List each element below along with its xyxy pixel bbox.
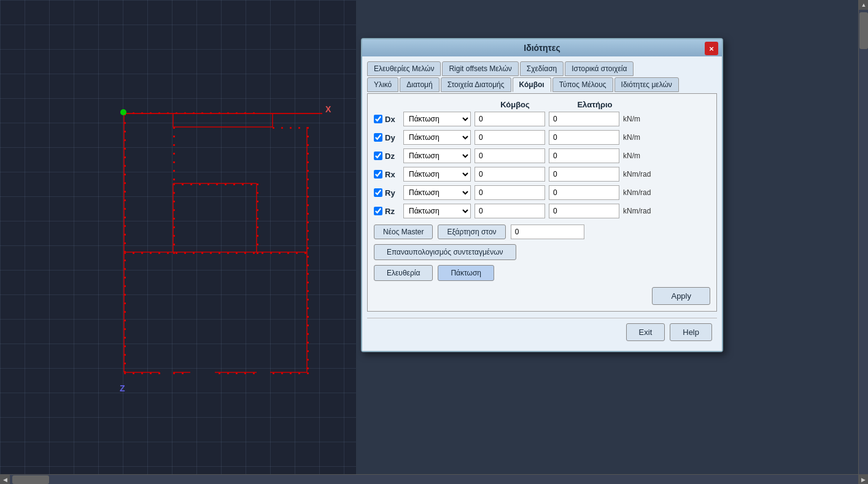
canvas-area: X Z (0, 0, 356, 484)
input-dz-komvos[interactable] (475, 148, 545, 163)
checkbox-dz[interactable] (374, 152, 382, 160)
column-headers: Κόμβος Ελατήριο (374, 100, 710, 109)
bottom-buttons: Exit Help (367, 318, 717, 346)
tab-stoixeia-diatomis[interactable]: Στοιχεία Διατομής (441, 77, 511, 92)
dialog-body: Ελευθερίες Μελών Rigit offsets Μελών Σχε… (362, 56, 722, 351)
scroll-up-arrow[interactable]: ▲ (859, 0, 868, 10)
input-dy-elatirио[interactable] (549, 130, 619, 145)
svg-rect-18 (281, 127, 283, 129)
label-rx: Rx (385, 170, 403, 179)
dialog-titlebar: Ιδιότητες × (362, 39, 722, 56)
svg-rect-151 (173, 144, 175, 146)
tab-istorika[interactable]: Ιστορικά στοιχεία (565, 61, 634, 76)
scroll-thumb-bottom[interactable] (12, 475, 49, 484)
unit-ry: kNm/rad (623, 188, 660, 197)
svg-rect-154 (173, 170, 175, 172)
tab-sxediasi[interactable]: Σχεδίαση (520, 61, 564, 76)
select-dx[interactable]: Πάκτωση (403, 112, 471, 126)
input-ry-elatirио[interactable] (549, 185, 619, 200)
axis-z-label: Z (120, 383, 125, 393)
eleutheria-paktwsi-row: Ελευθερία Πάκτωση (374, 265, 710, 281)
master-btn-row: Νέος Master Εξάρτηση στον (374, 225, 710, 239)
input-ry-komvos[interactable] (475, 185, 545, 200)
scroll-thumb-right[interactable] (859, 12, 868, 49)
paktwsi-button[interactable]: Πάκτωση (438, 265, 494, 281)
select-rx[interactable]: Πάκτωση (403, 167, 471, 182)
tab-rigit-offsets[interactable]: Rigit offsets Μελών (442, 61, 518, 76)
scroll-right-arrow[interactable]: ▶ (858, 475, 868, 484)
neos-master-button[interactable]: Νέος Master (374, 225, 433, 239)
unit-rz: kNm/rad (623, 207, 660, 215)
input-rz-komvos[interactable] (475, 204, 545, 218)
svg-rect-20 (298, 127, 300, 129)
tab-content-komvoi: Κόμβος Ελατήριο Dx Πάκτωση kN/m Dy Πάκτω… (367, 93, 717, 312)
row-dy: Dy Πάκτωση kN/m (374, 130, 710, 145)
select-dz[interactable]: Πάκτωση (403, 148, 471, 163)
input-rx-komvos[interactable] (475, 167, 545, 182)
exit-button[interactable]: Exit (626, 323, 665, 341)
eleutheria-button[interactable]: Ελευθερία (374, 265, 433, 281)
help-button[interactable]: Help (670, 323, 712, 341)
tab-idiotites-melon[interactable]: Ιδιότητες μελών (614, 77, 679, 92)
tab-diatomi[interactable]: Διατομή (400, 77, 439, 92)
exartisi-input[interactable] (511, 225, 584, 239)
label-dy: Dy (385, 133, 403, 142)
checkbox-rz[interactable] (374, 207, 382, 215)
header-komvos: Κόμβος (475, 100, 555, 109)
axis-x-label: X (325, 104, 331, 114)
checkbox-dx[interactable] (374, 115, 382, 123)
checkbox-dy[interactable] (374, 133, 382, 142)
tab-yliko[interactable]: Υλικό (367, 77, 398, 92)
select-rz[interactable]: Πάκτωση (403, 204, 471, 218)
close-button[interactable]: × (705, 42, 718, 55)
input-rz-elatirио[interactable] (549, 204, 619, 218)
tab-tipos-melous[interactable]: Τύπος Μέλους (552, 77, 613, 92)
epanaypologismos-button[interactable]: Επαναυπολογισμός συντεταγμένων (374, 244, 516, 260)
input-dx-elatirио[interactable] (549, 112, 619, 126)
unit-dx: kN/m (623, 115, 660, 123)
unit-dz: kN/m (623, 152, 660, 160)
select-dy[interactable]: Πάκτωση (403, 130, 471, 145)
row-rx: Rx Πάκτωση kNm/rad (374, 167, 710, 182)
epanaypologismos-row: Επαναυπολογισμός συντεταγμένων (374, 244, 710, 260)
svg-rect-152 (173, 153, 175, 155)
apply-button[interactable]: Apply (652, 287, 710, 305)
dialog-idiotites: Ιδιότητες × Ελευθερίες Μελών Rigit offse… (361, 38, 723, 352)
svg-rect-153 (173, 161, 175, 163)
checkbox-rx[interactable] (374, 170, 382, 179)
tabs-row-2: Υλικό Διατομή Στοιχεία Διατομής Κόμβοι Τ… (367, 77, 717, 92)
svg-rect-19 (290, 127, 292, 129)
row-dz: Dz Πάκτωση kN/m (374, 148, 710, 163)
tab-eleutheries-melon[interactable]: Ελευθερίες Μελών (367, 61, 441, 76)
row-ry: Ry Πάκτωση kNm/rad (374, 185, 710, 200)
svg-rect-155 (173, 179, 175, 180)
origin-dot (120, 109, 126, 115)
tab-komvoi[interactable]: Κόμβοι (513, 77, 551, 92)
svg-rect-148 (307, 372, 309, 374)
row-rz: Rz Πάκτωση kNm/rad (374, 204, 710, 218)
scrollbar-bottom[interactable]: ◀ ▶ (0, 474, 868, 484)
master-section: Νέος Master Εξάρτηση στον Επαναυπολογισμ… (374, 225, 710, 260)
dialog-title: Ιδιότητες (524, 43, 560, 53)
label-ry: Ry (385, 188, 403, 198)
row-dx: Dx Πάκτωση kN/m (374, 112, 710, 126)
select-ry[interactable]: Πάκτωση (403, 185, 471, 200)
unit-rx: kNm/rad (623, 170, 660, 179)
tabs-row-1: Ελευθερίες Μελών Rigit offsets Μελών Σχε… (367, 61, 717, 76)
input-dx-komvos[interactable] (475, 112, 545, 126)
input-dy-komvos[interactable] (475, 130, 545, 145)
header-elatirио: Ελατήριο (555, 100, 635, 109)
label-dz: Dz (385, 152, 403, 161)
unit-dy: kN/m (623, 133, 660, 142)
input-rx-elatirио[interactable] (549, 167, 619, 182)
label-dx: Dx (385, 115, 403, 124)
svg-rect-150 (173, 136, 175, 137)
scroll-left-arrow[interactable]: ◀ (0, 475, 10, 484)
exartisi-button[interactable]: Εξάρτηση στον (438, 225, 505, 239)
label-rz: Rz (385, 207, 403, 216)
scrollbar-right[interactable]: ▲ ▼ (858, 0, 868, 484)
structure-drawing (0, 0, 356, 417)
input-dz-elatirио[interactable] (549, 148, 619, 163)
checkbox-ry[interactable] (374, 188, 382, 197)
